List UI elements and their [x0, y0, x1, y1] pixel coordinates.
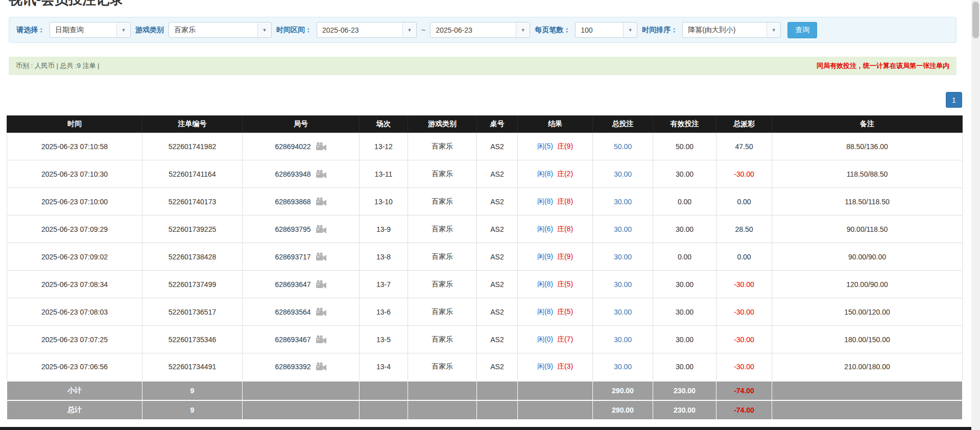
cell-total-bet: 30.00 [593, 243, 653, 271]
table-body: 2025-06-23 07:10:58 522601741982 6286940… [7, 133, 963, 381]
content: 视讯-会员投注记录 请选择： 日期查询 ▼ 游戏类别 百家乐 ▼ 时间区间： 2… [7, 0, 962, 420]
table-row: 2025-06-23 07:09:29 522601739225 6286937… [7, 216, 963, 243]
cell-table-no: AS2 [477, 133, 518, 160]
cell-payout: -30.00 [716, 271, 772, 298]
cell-table-no: AS2 [477, 326, 518, 353]
cell-time: 2025-06-23 07:08:03 [7, 298, 142, 326]
page-size-select[interactable]: 100 ▼ [575, 22, 637, 38]
cell-round-id: 628693868 [243, 188, 360, 216]
video-replay-icon[interactable] [316, 280, 327, 289]
search-button[interactable]: 查询 [787, 22, 817, 38]
total-valid-bet: 230.00 [653, 400, 716, 420]
page: 视讯-会员投注记录 请选择： 日期查询 ▼ 游戏类别 百家乐 ▼ 时间区间： 2… [0, 0, 980, 430]
col-header-total-bet: 总投注 [593, 116, 653, 133]
total-bet-link[interactable]: 30.00 [614, 198, 632, 206]
cell-payout: 47.50 [716, 133, 772, 160]
result-player: 闲(9) [537, 252, 553, 260]
round-id-text: 628693948 [275, 170, 310, 178]
query-type-select[interactable]: 日期查询 ▼ [50, 22, 131, 38]
cell-table-no: AS2 [477, 188, 518, 216]
result-banker: 庄(9) [557, 252, 573, 260]
cell-payout: -30.00 [716, 353, 772, 381]
cell-time: 2025-06-23 07:10:00 [7, 188, 142, 216]
video-replay-icon[interactable] [316, 335, 327, 344]
table-row: 2025-06-23 07:10:00 522601740173 6286938… [7, 188, 963, 216]
total-bet-link[interactable]: 30.00 [614, 308, 632, 316]
round-id-text: 628693392 [275, 363, 310, 371]
result-player: 闲(0) [537, 335, 553, 343]
bet-records-table: 时间 注单编号 局号 场次 游戏类别 桌号 结果 总投注 有效投注 总派彩 备注… [7, 115, 963, 420]
cell-table-no: AS2 [477, 216, 518, 243]
cell-game-type: 百家乐 [408, 133, 477, 160]
total-bet-link[interactable]: 30.00 [614, 280, 632, 289]
cell-result: 闲(9) 庄(9) [518, 243, 593, 271]
chevron-down-icon: ▼ [257, 22, 271, 37]
cell-note: 150.00/120.00 [772, 298, 963, 326]
round-id-text: 628693467 [275, 336, 310, 344]
sort-order-value: 降冪(由大到小) [683, 26, 767, 35]
cell-round-id: 628693467 [243, 326, 360, 353]
video-replay-icon[interactable] [316, 170, 327, 179]
col-header-bet-id: 注单编号 [142, 116, 243, 133]
cell-valid-bet: 30.00 [653, 298, 716, 326]
subtotal-total-bet: 290.00 [593, 381, 653, 400]
table-row: 2025-06-23 07:07:25 522601735346 6286934… [7, 326, 963, 353]
page-title: 视讯-会员投注记录 [9, 0, 962, 7]
game-type-select[interactable]: 百家乐 ▼ [169, 22, 272, 38]
table-row: 2025-06-23 07:08:03 522601736517 6286935… [7, 298, 963, 326]
cell-time: 2025-06-23 07:09:02 [7, 243, 142, 271]
video-replay-icon[interactable] [316, 197, 327, 206]
summary-bar: 币别 : 人民币 | 总共 :9 注单 | 同局有效投注，统一计算在该局第一张注… [9, 57, 957, 75]
total-empty [772, 400, 963, 420]
cell-note: 180.00/150.00 [772, 326, 963, 353]
cell-result: 闲(0) 庄(7) [518, 326, 593, 353]
total-bet-link[interactable]: 30.00 [614, 225, 632, 233]
game-type-label: 游戏类别 [135, 26, 164, 35]
cell-note: 210.00/180.00 [772, 353, 963, 381]
total-empty [518, 400, 593, 420]
round-id-text: 628693647 [275, 280, 310, 289]
cell-payout: -30.00 [716, 160, 772, 188]
chevron-down-icon: ▼ [623, 22, 637, 37]
video-replay-icon[interactable] [316, 252, 327, 261]
cell-game-type: 百家乐 [408, 160, 477, 188]
cell-table-no: AS2 [477, 298, 518, 326]
cell-game-type: 百家乐 [408, 298, 477, 326]
scrollbar-thumb[interactable] [972, 2, 979, 38]
result-player: 闲(9) [537, 362, 553, 370]
cell-time: 2025-06-23 07:08:34 [7, 271, 142, 298]
round-id-text: 628693795 [275, 225, 310, 233]
cell-note: 88.50/136.00 [772, 133, 963, 160]
date-from-select[interactable]: 2025-06-23 ▼ [317, 22, 417, 38]
table-row: 2025-06-23 07:08:34 522601737499 6286936… [7, 271, 963, 298]
total-bet-link[interactable]: 30.00 [614, 363, 632, 371]
video-replay-icon[interactable] [316, 362, 327, 371]
round-id-text: 628693868 [275, 198, 310, 206]
video-replay-icon[interactable] [316, 142, 327, 151]
cell-game-type: 百家乐 [408, 216, 477, 243]
result-banker: 庄(2) [557, 170, 573, 178]
result-banker: 庄(7) [557, 335, 573, 343]
total-empty [243, 400, 360, 420]
col-header-game-type: 游戏类别 [408, 116, 477, 133]
cell-total-bet: 30.00 [593, 326, 653, 353]
total-bet-link[interactable]: 30.00 [614, 336, 632, 344]
sort-order-select[interactable]: 降冪(由大到小) ▼ [682, 22, 781, 38]
video-replay-icon[interactable] [316, 307, 327, 317]
date-to-select[interactable]: 2025-06-23 ▼ [430, 22, 530, 38]
date-to-value: 2025-06-23 [431, 26, 516, 34]
result-player: 闲(6) [537, 225, 553, 233]
total-bet-link[interactable]: 50.00 [614, 142, 632, 151]
total-bet-link[interactable]: 30.00 [614, 253, 632, 261]
page-button-1[interactable]: 1 [946, 92, 962, 108]
video-replay-icon[interactable] [316, 225, 327, 234]
cell-table-no: AS2 [477, 271, 518, 298]
cell-result: 闲(8) 庄(5) [518, 298, 593, 326]
cell-note: 90.00/90.00 [772, 243, 963, 271]
total-empty [360, 400, 408, 420]
col-header-table-no: 桌号 [477, 116, 518, 133]
cell-total-bet: 30.00 [593, 353, 653, 381]
vertical-scrollbar[interactable] [971, 0, 980, 430]
total-bet-link[interactable]: 30.00 [614, 170, 632, 178]
cell-total-bet: 30.00 [593, 298, 653, 326]
